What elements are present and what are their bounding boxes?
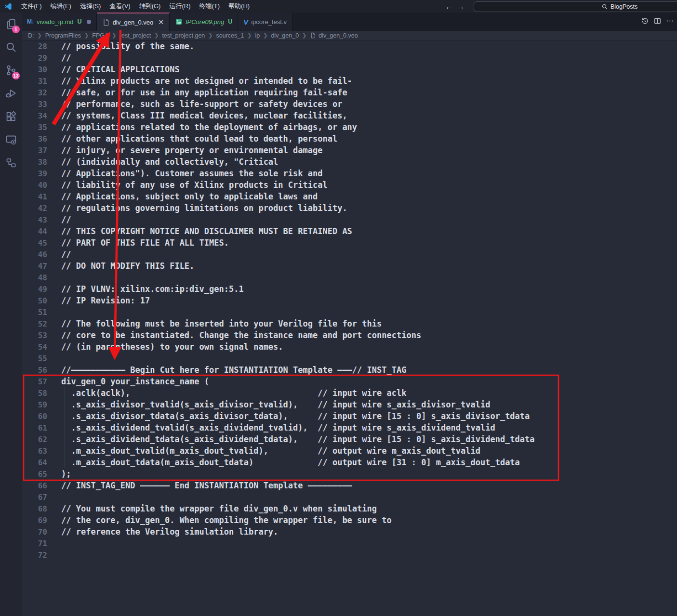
close-icon[interactable]: ✕ — [158, 19, 164, 26]
code-line-34[interactable]: 34// systems, Class III medical devices,… — [22, 110, 677, 121]
activity-source-control-icon[interactable]: 13 — [0, 59, 22, 82]
code-line-48[interactable]: 48 — [22, 272, 677, 283]
chevron-right-icon: ❯ — [154, 32, 159, 39]
tab-ipcore_test.v[interactable]: Vipcore_test.v — [238, 13, 292, 31]
menu-item-6[interactable]: 终端(T) — [195, 0, 224, 13]
tab-vivado_ip.md[interactable]: M↓vivado_ip.mdU — [22, 13, 97, 31]
line-number: 34 — [22, 111, 47, 120]
history-icon[interactable] — [641, 17, 649, 27]
code-line-62[interactable]: 62 .s_axis_dividend_tdata(s_axis_dividen… — [22, 433, 677, 445]
code-line-39[interactable]: 39// Applications"). Customer assumes th… — [22, 168, 677, 179]
menu-item-4[interactable]: 转到(G) — [135, 0, 165, 13]
nav-forward-icon[interactable]: → — [457, 2, 465, 11]
code-line-42[interactable]: 42// regulations governing limitations o… — [22, 202, 677, 214]
code-line-37[interactable]: 37// injury, or severe property or envir… — [22, 144, 677, 156]
line-text: // PART OF THIS FILE AT ALL TIMES. — [61, 238, 229, 248]
line-number: 62 — [22, 435, 47, 444]
code-line-53[interactable]: 53// core to be instantiated. Change the… — [22, 329, 677, 341]
code-line-57[interactable]: 57div_gen_0 your_instance_name ( — [22, 376, 677, 387]
line-number: 59 — [22, 400, 47, 409]
breadcrumb-item-sources_1[interactable]: sources_1 — [216, 32, 244, 39]
tab-label: ipcore_test.v — [251, 18, 287, 26]
code-line-60[interactable]: 60 .s_axis_divisor_tdata(s_axis_divisor_… — [22, 410, 677, 422]
code-line-41[interactable]: 41// Applications, subject only to appli… — [22, 191, 677, 202]
menu-item-7[interactable]: 帮助(H) — [224, 0, 254, 13]
code-line-35[interactable]: 35// applications related to the deploym… — [22, 121, 677, 133]
activity-explorer-icon[interactable]: 1 — [0, 13, 22, 36]
badge-count: 13 — [12, 72, 20, 79]
breadcrumb[interactable]: D:❯ProgramFiles❯FPGA❯test_project❯test_p… — [22, 31, 677, 40]
code-line-68[interactable]: 68// You must compile the wrapper file d… — [22, 503, 677, 514]
vscode-window: { "window": { "command_center_label": "B… — [0, 0, 677, 616]
code-line-59[interactable]: 59 .s_axis_divisor_tvalid(s_axis_divisor… — [22, 399, 677, 410]
tab-label: div_gen_0.veo — [113, 19, 154, 26]
activity-run-debug-icon[interactable] — [0, 82, 22, 105]
code-line-64[interactable]: 64 .m_axis_dout_tdata(m_axis_dout_tdata)… — [22, 457, 677, 468]
tab-div_gen_0.veo[interactable]: div_gen_0.veo✕ — [97, 13, 170, 31]
activity-remote-preview-icon[interactable] — [0, 128, 22, 151]
code-line-36[interactable]: 36// other applications that could lead … — [22, 133, 677, 144]
code-line-32[interactable]: 32// safe, or for use in any application… — [22, 87, 677, 98]
chevron-right-icon: ❯ — [302, 32, 306, 39]
line-number: 30 — [22, 65, 47, 74]
code-line-38[interactable]: 38// (individually and collectively, "Cr… — [22, 156, 677, 168]
activity-references-icon[interactable] — [0, 151, 22, 174]
code-line-44[interactable]: 44// THIS COPYRIGHT NOTICE AND DISCLAIME… — [22, 225, 677, 237]
breadcrumb-item-ip[interactable]: ip — [255, 32, 260, 39]
code-line-56[interactable]: 56//——————————— Begin Cut here for INSTA… — [22, 364, 677, 376]
code-line-47[interactable]: 47// DO NOT MODIFY THIS FILE. — [22, 260, 677, 272]
code-line-61[interactable]: 61 .s_axis_dividend_tvalid(s_axis_divide… — [22, 422, 677, 433]
tab-IPCore09.png[interactable]: IPCore09.pngU — [170, 13, 238, 31]
line-text: // IP VLNV: xilinx.com:ip:div_gen:5.1 — [61, 284, 244, 294]
menu-item-2[interactable]: 选择(S) — [76, 0, 105, 13]
code-line-29[interactable]: 29// — [22, 52, 677, 64]
line-text: // other applications that could lead to… — [61, 134, 337, 144]
code-line-58[interactable]: 58 .aclk(aclk), // input wire aclk — [22, 387, 677, 399]
breadcrumb-item-ProgramFiles[interactable]: ProgramFiles — [45, 32, 81, 39]
code-line-52[interactable]: 52// The following must be inserted into… — [22, 318, 677, 329]
command-center-search[interactable]: BlogPosts — [474, 1, 677, 12]
code-line-63[interactable]: 63 .m_axis_dout_tvalid(m_axis_dout_tvali… — [22, 445, 677, 457]
code-line-50[interactable]: 50// IP Revision: 17 — [22, 295, 677, 306]
code-line-72[interactable]: 72 — [22, 549, 677, 561]
menu-item-3[interactable]: 查看(V) — [105, 0, 134, 13]
breadcrumb-item-div_gen_0[interactable]: div_gen_0 — [271, 32, 299, 39]
breadcrumb-item-D:[interactable]: D: — [28, 32, 34, 39]
split-editor-icon[interactable] — [653, 17, 662, 27]
breadcrumb-file[interactable]: div_gen_0.veo — [319, 32, 358, 39]
code-line-43[interactable]: 43// — [22, 214, 677, 225]
modified-dot-icon — [87, 20, 91, 24]
code-line-55[interactable]: 55 — [22, 353, 677, 364]
breadcrumb-item-FPGA[interactable]: FPGA — [92, 32, 108, 39]
more-actions-icon[interactable] — [666, 17, 674, 27]
code-line-70[interactable]: 70// reference the Verilog simulation li… — [22, 526, 677, 537]
code-line-40[interactable]: 40// liability of any use of Xilinx prod… — [22, 179, 677, 191]
menu-item-0[interactable]: 文件(F) — [17, 0, 46, 13]
tab-label: IPCore09.png — [186, 18, 224, 26]
nav-back-icon[interactable]: ← — [445, 2, 452, 11]
code-line-33[interactable]: 33// performance, such as life-support o… — [22, 98, 677, 110]
code-line-67[interactable]: 67 — [22, 491, 677, 503]
code-line-54[interactable]: 54// (in parentheses) to your own signal… — [22, 341, 677, 353]
code-line-30[interactable]: 30// CRITICAL APPLICATIONS — [22, 64, 677, 75]
code-line-28[interactable]: 28// possibility of the same. — [22, 40, 677, 52]
code-line-71[interactable]: 71 — [22, 537, 677, 549]
line-text: // You must compile the wrapper file div… — [61, 504, 377, 513]
breadcrumb-item-test_project.gen[interactable]: test_project.gen — [162, 32, 205, 39]
breadcrumb-item-test_project[interactable]: test_project — [120, 32, 151, 39]
chevron-right-icon: ❯ — [247, 32, 252, 39]
line-text: // IP Revision: 17 — [61, 296, 150, 305]
code-line-46[interactable]: 46// — [22, 249, 677, 260]
activity-search-icon[interactable] — [0, 36, 22, 59]
code-line-45[interactable]: 45// PART OF THIS FILE AT ALL TIMES. — [22, 237, 677, 249]
code-line-65[interactable]: 65); — [22, 468, 677, 480]
menu-item-1[interactable]: 编辑(E) — [46, 0, 76, 13]
code-line-49[interactable]: 49// IP VLNV: xilinx.com:ip:div_gen:5.1 — [22, 283, 677, 295]
code-line-51[interactable]: 51 — [22, 306, 677, 318]
code-line-69[interactable]: 69// the core, div_gen_0. When compiling… — [22, 514, 677, 526]
code-line-66[interactable]: 66// INST_TAG_END —————— End INSTANTIATI… — [22, 480, 677, 491]
code-editor[interactable]: 28// possibility of the same.29// 30// C… — [22, 40, 677, 616]
menu-item-5[interactable]: 运行(R) — [165, 0, 195, 13]
code-line-31[interactable]: 31// Xilinx products are not designed or… — [22, 75, 677, 87]
activity-extensions-icon[interactable] — [0, 105, 22, 128]
